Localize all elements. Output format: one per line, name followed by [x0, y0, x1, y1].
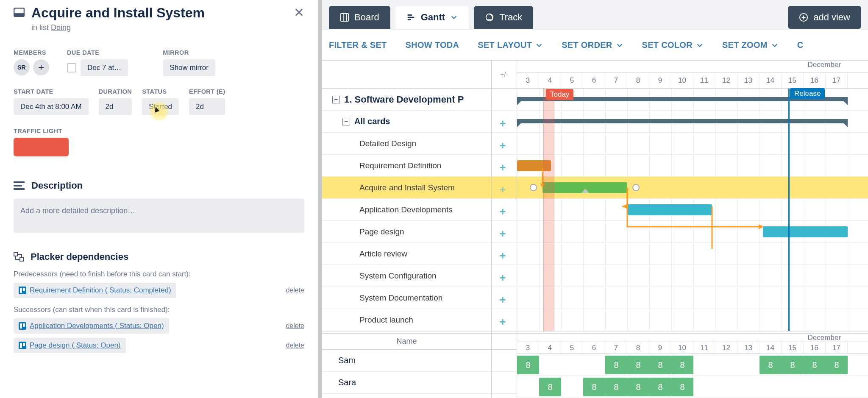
add-task-icon[interactable]: + — [500, 315, 509, 325]
start-date-label: START DATE — [14, 88, 89, 95]
gantt-bar-appdev[interactable] — [627, 204, 712, 215]
add-task-icon[interactable]: + — [500, 139, 509, 148]
add-task-icon[interactable]: + — [500, 249, 509, 259]
set-color-button[interactable]: SET COLOR — [642, 40, 704, 50]
start-date-value[interactable]: Dec 4th at 8:00 AM — [14, 98, 89, 115]
resource-timeline-row: 888888888 — [517, 354, 868, 376]
resource-cell[interactable]: 8 — [649, 378, 671, 396]
resource-cell[interactable]: 8 — [517, 356, 539, 374]
today-label: Today — [546, 89, 573, 100]
successor-chip[interactable]: Application Developments ( Status: Open) — [14, 318, 169, 334]
gantt-bar-pagedesign[interactable] — [763, 226, 848, 237]
add-task-icon[interactable]: + — [500, 161, 509, 170]
set-zoom-button[interactable]: SET ZOOM — [722, 40, 779, 50]
due-checkbox[interactable] — [67, 63, 76, 72]
resource-cell[interactable]: 8 — [671, 378, 693, 396]
add-task-icon[interactable]: + — [500, 183, 509, 192]
gantt-task-row-selected[interactable]: Acquire and Install System — [322, 177, 491, 199]
resource-row[interactable]: Sam — [322, 350, 491, 372]
resource-cell[interactable]: 8 — [760, 356, 782, 374]
duration-value[interactable]: 2d — [99, 98, 132, 115]
day-cell: 3 — [517, 72, 539, 88]
list-link[interactable]: Doing — [51, 23, 71, 32]
day-cell: 8 — [627, 342, 649, 353]
gantt-task-list: −1. Software Development P −All cards De… — [322, 61, 492, 398]
bar-end-handle[interactable] — [632, 184, 640, 191]
gantt-task-row[interactable]: Article review — [322, 243, 491, 265]
day-cell: 6 — [583, 342, 605, 353]
gantt-add-column: +/- + + + + + + + + + + — [492, 61, 517, 398]
day-cell: 9 — [649, 342, 671, 353]
due-date-value[interactable]: Dec 7 at… — [81, 59, 128, 76]
add-member-button[interactable]: + — [33, 59, 49, 75]
gantt-task-row[interactable]: Page design — [322, 221, 491, 243]
resource-cell[interactable]: 8 — [539, 378, 561, 396]
resource-cell[interactable]: 8 — [627, 378, 649, 396]
day-cell: 13 — [737, 342, 760, 353]
day-cell: 17 — [826, 342, 848, 353]
gantt-task-row[interactable]: Product launch — [322, 309, 491, 331]
today-marker — [543, 89, 554, 331]
status-value[interactable]: Started — [142, 98, 179, 115]
resource-cell[interactable]: 8 — [804, 356, 826, 374]
delete-predecessor-link[interactable]: delete — [286, 287, 304, 294]
resource-cell[interactable]: 8 — [627, 356, 649, 374]
resource-cell[interactable]: 8 — [583, 378, 605, 396]
traffic-light-swatch[interactable] — [14, 138, 69, 156]
gantt-task-row[interactable]: System Configuration — [322, 265, 491, 287]
resource-cell[interactable]: 8 — [782, 356, 804, 374]
set-order-button[interactable]: SET ORDER — [562, 40, 623, 50]
filter-button[interactable]: FILTER & SET — [329, 40, 387, 50]
effort-value[interactable]: 2d — [189, 98, 225, 115]
successor-chip[interactable]: Page design ( Status: Open) — [14, 338, 126, 353]
add-task-icon[interactable]: + — [500, 117, 509, 126]
show-today-button[interactable]: SHOW TODA — [406, 40, 459, 50]
description-icon — [14, 181, 25, 190]
card-icon — [14, 8, 25, 17]
day-cell: 7 — [605, 342, 627, 353]
gantt-task-row[interactable]: Requirement Definition — [322, 155, 491, 177]
add-task-icon[interactable]: + — [500, 271, 509, 281]
add-view-button[interactable]: add view — [788, 6, 861, 29]
gantt-group-row[interactable]: −1. Software Development P — [322, 89, 491, 111]
collapse-icon[interactable]: − — [332, 96, 340, 103]
add-task-icon[interactable]: + — [500, 293, 509, 303]
resource-cell[interactable]: 8 — [649, 356, 671, 374]
bar-start-handle[interactable] — [530, 184, 537, 191]
delete-successor-link[interactable]: delete — [286, 342, 304, 349]
set-layout-button[interactable]: SET LAYOUT — [478, 40, 543, 50]
chevron-down-icon — [616, 42, 623, 49]
tab-gantt[interactable]: Gantt — [395, 6, 469, 29]
gantt-task-row[interactable]: System Documentation — [322, 287, 491, 309]
day-cell: 10 — [671, 72, 693, 88]
month-header-resource: December — [517, 334, 868, 342]
dependencies-icon — [14, 252, 24, 262]
add-task-icon[interactable]: + — [500, 227, 509, 237]
traffic-light-label: TRAFFIC LIGHT — [14, 128, 62, 134]
resource-row[interactable]: Sara — [322, 372, 491, 394]
predecessor-chip[interactable]: Requirement Definition ( Status: Complet… — [14, 283, 176, 298]
delete-successor-link[interactable]: delete — [286, 322, 304, 330]
tab-track[interactable]: Track — [474, 6, 533, 29]
resource-cell[interactable]: 8 — [605, 356, 627, 374]
release-marker — [788, 89, 790, 331]
gantt-allcards-row[interactable]: −All cards — [322, 111, 491, 133]
member-avatar[interactable]: SR — [14, 59, 30, 75]
summary-bar[interactable] — [517, 119, 848, 123]
card-title[interactable]: Acquire and Install System — [31, 5, 205, 21]
day-cell: 12 — [715, 342, 737, 353]
resource-cell[interactable]: 8 — [826, 356, 848, 374]
gantt-timeline[interactable]: December 34567891011121314151617 Today R… — [517, 61, 868, 398]
resource-cell[interactable]: 8 — [671, 356, 693, 374]
resource-cell[interactable]: 8 — [605, 378, 627, 396]
description-input[interactable]: Add a more detailed description… — [14, 199, 304, 233]
tab-board[interactable]: Board — [329, 6, 390, 29]
toolbar-more[interactable]: C — [797, 40, 804, 50]
mirror-button[interactable]: Show mirror — [163, 59, 215, 76]
gantt-task-row[interactable]: Application Developments — [322, 199, 491, 221]
add-task-icon[interactable]: + — [500, 205, 509, 214]
expand-collapse-header[interactable]: +/- — [492, 61, 517, 89]
gantt-task-row[interactable]: Detailed Design — [322, 133, 491, 155]
collapse-icon[interactable]: − — [342, 118, 350, 125]
close-button[interactable]: ✕ — [294, 5, 304, 20]
